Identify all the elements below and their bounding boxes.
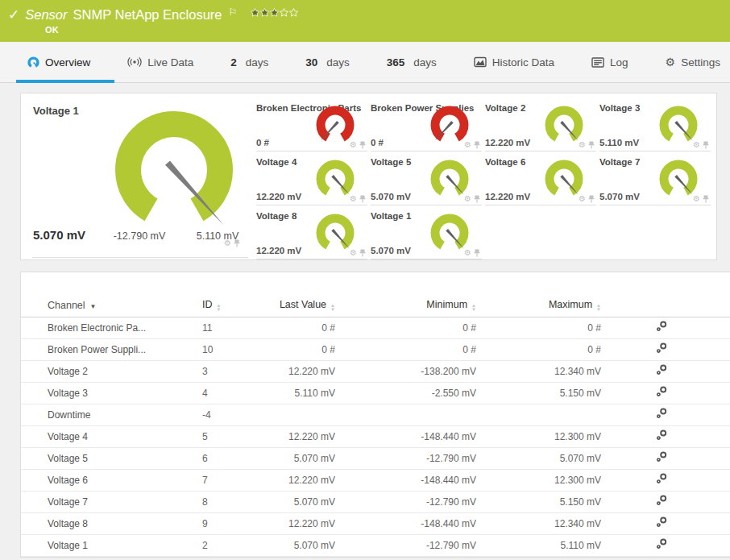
tab-log[interactable]: Log	[588, 42, 632, 83]
gauge-settings-gear-icon[interactable]: ⚙	[224, 239, 231, 247]
tab-historic-data[interactable]: Historic Data	[471, 42, 558, 83]
cell-maximum: 0 #	[476, 317, 601, 338]
pin-icon[interactable]	[703, 141, 709, 149]
flag-icon[interactable]: ⚐	[228, 7, 237, 17]
channel-settings-gears-icon[interactable]	[656, 429, 667, 441]
gauge-cell[interactable]: Broken Electronic Parts 0 # ⚙	[256, 102, 367, 151]
gauge-cell[interactable]: Voltage 5 5.070 mV ⚙	[371, 156, 482, 205]
tab-30-days[interactable]: 30days	[302, 42, 353, 83]
pin-icon[interactable]	[703, 195, 709, 203]
tab-365-days[interactable]: 365days	[384, 42, 440, 83]
gauge-cell[interactable]: Voltage 6 12.220 mV ⚙	[485, 156, 596, 205]
channel-settings-gears-icon[interactable]	[656, 495, 667, 506]
tab-live-data[interactable]: Live Data	[124, 42, 197, 83]
tab-settings[interactable]: ⚙ Settings	[662, 42, 724, 83]
column-header-maximum[interactable]: Maximum▲▼	[476, 295, 601, 317]
pin-icon[interactable]	[359, 195, 366, 203]
table-row[interactable]: Voltage 6 7 12.220 mV -148.440 mV 12.300…	[21, 469, 730, 491]
sort-icon: ▲▼	[217, 304, 222, 312]
column-header-last-value[interactable]: Last Value▲▼	[267, 295, 335, 317]
gauge-settings-gear-icon[interactable]: ⚙	[693, 195, 700, 203]
gauge-settings-gear-icon[interactable]: ⚙	[693, 141, 700, 149]
overview-content: Voltage 1 -12.790 mV 5.110 mV 5.070 mV ⚙…	[0, 83, 730, 558]
channel-settings-gears-icon[interactable]	[656, 364, 667, 375]
table-row[interactable]: Broken Power Suppli... 10 0 # 0 # 0 #	[21, 338, 730, 360]
gauge-settings-gear-icon[interactable]: ⚙	[464, 249, 471, 257]
pin-icon[interactable]	[588, 195, 595, 203]
pin-icon[interactable]	[359, 249, 366, 257]
cell-channel[interactable]: Downtime	[21, 404, 202, 425]
gauge-settings-gear-icon[interactable]: ⚙	[464, 141, 471, 149]
tab-overview[interactable]: Overview	[24, 42, 93, 83]
main-gauge-min-label: -12.790 mV	[99, 230, 180, 242]
cell-channel[interactable]: Voltage 6	[21, 469, 202, 491]
gauge-cell[interactable]: Voltage 7 5.070 mV ⚙	[599, 156, 711, 205]
channel-settings-gears-icon[interactable]	[656, 451, 667, 463]
table-row[interactable]: Voltage 1 2 5.070 mV -12.790 mV 5.110 mV	[21, 534, 730, 556]
channel-settings-gears-icon[interactable]	[656, 538, 667, 550]
table-row[interactable]: Voltage 4 5 12.220 mV -148.440 mV 12.300…	[21, 425, 730, 447]
gauge-settings-gear-icon[interactable]: ⚙	[464, 195, 471, 203]
gauge-cell[interactable]: Voltage 8 12.220 mV ⚙	[256, 209, 367, 259]
channel-settings-gears-icon[interactable]	[656, 516, 667, 528]
cell-channel[interactable]: Voltage 2	[21, 360, 202, 382]
gauge-settings-gear-icon[interactable]: ⚙	[350, 141, 357, 149]
cell-filler	[722, 469, 730, 491]
channel-table: Channel▼ ID▲▼ Last Value▲▼ Minimum▲▼ Max…	[21, 295, 730, 557]
cell-channel[interactable]: Voltage 8	[21, 512, 202, 534]
table-row[interactable]: Voltage 3 4 5.110 mV -2.550 mV 5.150 mV	[21, 382, 730, 404]
channel-settings-gears-icon[interactable]	[656, 473, 667, 484]
cell-channel[interactable]: Broken Power Suppli...	[21, 338, 202, 360]
tab-2-days[interactable]: 2days	[227, 42, 272, 83]
column-header-minimum[interactable]: Minimum▲▼	[335, 295, 476, 317]
cell-maximum: 12.300 mV	[476, 425, 601, 447]
cell-channel[interactable]: Voltage 3	[21, 382, 202, 404]
table-row[interactable]: Voltage 7 8 5.070 mV -12.790 mV 5.150 mV	[21, 491, 730, 512]
gauge-icon	[27, 56, 39, 68]
table-row[interactable]: Broken Electronic Pa... 11 0 # 0 # 0 #	[21, 317, 730, 338]
pin-icon[interactable]	[474, 249, 480, 257]
column-header-channel[interactable]: Channel▼	[21, 295, 202, 317]
table-row[interactable]: Downtime -4	[21, 404, 730, 425]
channel-settings-gears-icon[interactable]	[656, 342, 667, 354]
gauge-cell[interactable]: Voltage 2 12.220 mV ⚙	[485, 102, 596, 151]
pin-icon[interactable]	[474, 195, 480, 203]
cell-filler	[722, 447, 730, 469]
cell-channel[interactable]: Broken Electronic Pa...	[21, 317, 202, 338]
gauge-settings-gear-icon[interactable]: ⚙	[579, 195, 586, 203]
gauge-settings-gear-icon[interactable]: ⚙	[350, 195, 357, 203]
cell-filler	[722, 382, 730, 404]
gauge-value: 5.070 mV	[599, 192, 640, 201]
gauge-settings-gear-icon[interactable]: ⚙	[579, 141, 586, 149]
divider	[32, 257, 248, 258]
channel-settings-gears-icon[interactable]	[656, 386, 667, 397]
gauge-settings-gear-icon[interactable]: ⚙	[350, 249, 357, 257]
pin-icon[interactable]	[474, 141, 480, 149]
cell-minimum	[335, 404, 476, 425]
cell-channel[interactable]: Voltage 7	[21, 491, 202, 512]
pin-icon[interactable]	[588, 141, 595, 149]
gauge-cell[interactable]: Voltage 3 5.110 mV ⚙	[599, 102, 711, 151]
column-header-id[interactable]: ID▲▼	[202, 295, 267, 317]
table-row[interactable]: Voltage 8 9 12.220 mV -148.440 mV 12.340…	[21, 512, 730, 534]
pin-icon[interactable]	[359, 141, 366, 149]
cell-minimum: 0 #	[335, 338, 476, 360]
cell-maximum: 5.110 mV	[476, 534, 601, 556]
gauge-cell[interactable]: Voltage 4 12.220 mV ⚙	[256, 156, 367, 205]
cell-filler	[722, 404, 730, 425]
gauge-value: 5.070 mV	[371, 192, 411, 201]
cell-channel[interactable]: Voltage 5	[21, 447, 202, 469]
main-gauge-cell[interactable]: Voltage 1 -12.790 mV 5.110 mV 5.070 mV ⚙	[31, 102, 256, 259]
table-row[interactable]: Voltage 5 6 5.070 mV -12.790 mV 5.070 mV	[21, 447, 730, 469]
cell-channel[interactable]: Voltage 1	[21, 534, 202, 556]
cell-maximum: 12.340 mV	[476, 512, 601, 534]
pin-icon[interactable]	[234, 239, 240, 247]
cell-channel[interactable]: Voltage 4	[21, 425, 202, 447]
channel-settings-gears-icon[interactable]	[656, 321, 667, 332]
gauge-cell[interactable]: Voltage 1 5.070 mV ⚙	[371, 209, 482, 259]
table-row[interactable]: Voltage 2 3 12.220 mV -138.200 mV 12.340…	[21, 360, 730, 382]
gauge-value: 12.220 mV	[256, 192, 301, 201]
channel-settings-gears-icon[interactable]	[656, 408, 667, 419]
priority-stars[interactable]	[251, 8, 298, 17]
gauge-cell[interactable]: Broken Power Supplies 0 # ⚙	[371, 102, 482, 151]
